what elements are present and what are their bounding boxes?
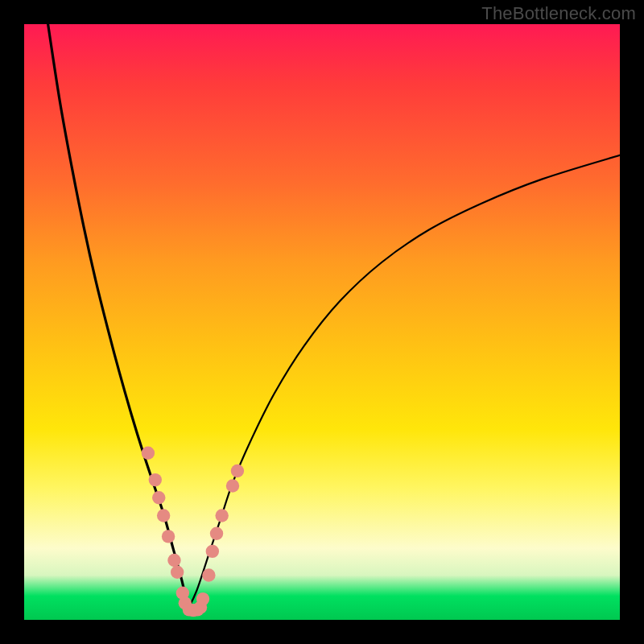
data-marker — [167, 554, 180, 567]
data-marker — [226, 479, 239, 492]
data-marker — [206, 545, 219, 558]
curve-layer — [48, 24, 620, 609]
data-marker — [196, 592, 209, 605]
data-marker — [152, 491, 165, 504]
plot-area — [24, 24, 620, 620]
curve-right-branch — [188, 155, 621, 609]
data-marker — [210, 527, 223, 540]
data-marker — [171, 566, 184, 579]
curve-left-branch — [48, 24, 188, 609]
data-marker — [215, 509, 228, 522]
data-marker — [149, 473, 162, 486]
data-marker — [142, 447, 155, 460]
data-marker — [162, 530, 175, 543]
data-marker — [157, 509, 170, 522]
chart-frame: TheBottleneck.com — [0, 0, 644, 644]
data-marker — [231, 464, 244, 477]
marker-layer — [142, 447, 244, 617]
chart-svg — [24, 24, 620, 620]
data-marker — [202, 568, 215, 581]
watermark-text: TheBottleneck.com — [481, 3, 636, 24]
